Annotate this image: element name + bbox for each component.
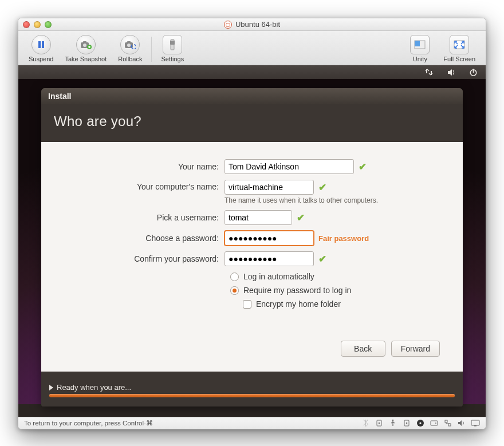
svg-point-18 — [392, 420, 394, 421]
svg-rect-25 — [445, 420, 447, 423]
password-strength: Fair password — [318, 234, 369, 243]
svg-rect-26 — [448, 424, 451, 426]
checkbox-icon — [243, 300, 251, 309]
mac-titlebar: ◌ Ubuntu 64-bit — [18, 18, 486, 31]
settings-label: Settings — [161, 56, 184, 62]
vmware-toolbar: Suspend Take Snapshot Rollback Settings — [18, 31, 486, 65]
network-icon[interactable] — [425, 68, 434, 77]
window-controls — [23, 21, 52, 28]
svg-point-24 — [435, 423, 436, 424]
installer-header: Who are you? — [41, 104, 463, 142]
window-title: Ubuntu 64-bit — [235, 20, 280, 29]
check-icon: ✔ — [359, 161, 367, 173]
hdd-icon[interactable] — [430, 419, 439, 427]
installer-titlebar: Install — [41, 88, 463, 104]
ubuntu-installer-window: Install Who are you? Your name: ✔ Your c… — [41, 88, 463, 406]
suspend-button[interactable]: Suspend — [23, 34, 59, 64]
login-require-label: Require my password to log in — [243, 286, 351, 295]
svg-rect-28 — [474, 425, 477, 427]
installer-heading: Who are you? — [54, 113, 450, 129]
check-icon: ✔ — [318, 181, 326, 194]
install-progress-bar — [49, 394, 455, 397]
back-button[interactable]: Back — [341, 341, 385, 357]
installer-body: Your name: ✔ Your computer's name: ✔ The… — [41, 142, 463, 372]
encrypt-home-option[interactable]: Encrypt my home folder — [243, 299, 440, 309]
svg-rect-12 — [415, 41, 420, 46]
computer-name-hint: The name it uses when it talks to other … — [225, 196, 378, 204]
password-input[interactable] — [225, 231, 314, 246]
svg-rect-1 — [42, 41, 44, 48]
check-icon: ✔ — [297, 212, 305, 224]
unity-icon — [410, 35, 430, 54]
username-input[interactable] — [225, 210, 292, 225]
camera-undo-icon — [120, 35, 140, 54]
rollback-label: Rollback — [118, 56, 142, 62]
fullscreen-button[interactable]: Full Screen — [438, 34, 481, 64]
cd-icon[interactable] — [416, 419, 425, 427]
unity-button[interactable]: Unity — [404, 34, 435, 64]
snapshot-label: Take Snapshot — [65, 56, 107, 62]
fullscreen-label: Full Screen — [443, 56, 475, 62]
pause-icon — [32, 35, 51, 54]
svg-rect-27 — [471, 420, 479, 425]
radio-icon — [230, 273, 239, 281]
label-your-name: Your name: — [64, 162, 225, 171]
close-traffic-light[interactable] — [23, 21, 30, 28]
ubuntu-top-panel — [18, 65, 486, 79]
label-confirm-password: Confirm your password: — [64, 254, 225, 263]
slider-icon — [163, 35, 182, 54]
label-username: Pick a username: — [64, 213, 225, 222]
check-icon: ✔ — [318, 253, 326, 265]
svg-point-17 — [379, 423, 380, 424]
installer-footer: Ready when you are... — [41, 372, 463, 406]
svg-rect-10 — [170, 41, 175, 45]
network-status-icon[interactable] — [443, 419, 452, 427]
confirm-password-input[interactable] — [225, 251, 314, 266]
guest-display: Install Who are you? Your name: ✔ Your c… — [18, 65, 486, 417]
encrypt-home-label: Encrypt my home folder — [256, 299, 341, 309]
sound-status-icon[interactable] — [457, 419, 466, 427]
settings-button[interactable]: Settings — [155, 34, 190, 64]
login-require-option[interactable]: Require my password to log in — [230, 286, 440, 295]
power-icon[interactable] — [468, 68, 478, 77]
rollback-button[interactable]: Rollback — [112, 34, 148, 64]
triangle-right-icon — [49, 385, 53, 390]
svg-rect-0 — [38, 41, 41, 48]
take-snapshot-button[interactable]: Take Snapshot — [59, 34, 112, 64]
statusbar-hint: To return to your computer, press Contro… — [24, 419, 153, 427]
vmware-statusbar: To return to your computer, press Contro… — [18, 417, 486, 429]
svg-point-7 — [127, 44, 131, 47]
progress-text: Ready when you are... — [57, 383, 131, 392]
your-name-input[interactable] — [225, 159, 354, 174]
suspend-label: Suspend — [29, 56, 53, 62]
ubuntu-logo-icon: ◌ — [224, 21, 232, 29]
fullscreen-icon — [450, 35, 469, 54]
display-status-icon[interactable] — [471, 419, 480, 427]
unity-label: Unity — [413, 56, 427, 62]
svg-rect-8 — [127, 41, 131, 43]
svg-rect-23 — [431, 421, 438, 425]
usb-icon-2[interactable] — [402, 419, 411, 427]
usb-hub-icon[interactable] — [388, 419, 397, 427]
bluetooth-icon[interactable] — [361, 419, 370, 427]
svg-rect-15 — [472, 69, 474, 73]
toolbar-separator — [151, 37, 152, 62]
svg-point-3 — [83, 44, 86, 47]
svg-point-20 — [406, 423, 408, 424]
usb-icon[interactable] — [375, 419, 384, 427]
login-auto-label: Log in automatically — [243, 272, 314, 281]
camera-plus-icon — [76, 35, 96, 54]
svg-point-22 — [419, 422, 421, 424]
sound-icon[interactable] — [447, 68, 456, 77]
zoom-traffic-light[interactable] — [45, 21, 52, 28]
radio-selected-icon — [230, 286, 239, 295]
progress-disclosure[interactable]: Ready when you are... — [49, 383, 455, 392]
label-computer-name: Your computer's name: — [64, 180, 225, 191]
minimize-traffic-light[interactable] — [34, 21, 41, 28]
installer-title: Install — [48, 92, 71, 101]
svg-rect-4 — [83, 41, 86, 43]
login-auto-option[interactable]: Log in automatically — [230, 272, 440, 281]
vmware-window: ◌ Ubuntu 64-bit Suspend Take Snapshot Ro… — [18, 18, 486, 429]
forward-button[interactable]: Forward — [391, 341, 440, 357]
computer-name-input[interactable] — [225, 180, 314, 195]
